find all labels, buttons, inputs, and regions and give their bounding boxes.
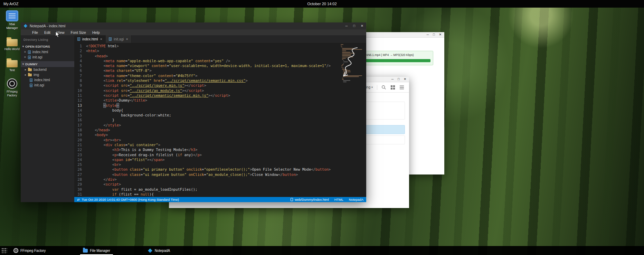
project-section[interactable]: ▾ DUMMY bbox=[21, 61, 74, 67]
menu-item-file[interactable]: File bbox=[29, 30, 41, 35]
menu-item-help[interactable]: Help bbox=[89, 30, 103, 35]
taskbar-item-file-manager[interactable]: File Manager bbox=[80, 246, 113, 255]
taskbar-item-label: NotepadA bbox=[155, 249, 170, 253]
code-line: 11 <script src="../script/semantic/seman… bbox=[74, 93, 366, 98]
menu-item-view[interactable]: View bbox=[54, 30, 68, 35]
code-editor[interactable]: 1<!DOCTYPE html>2<html>3 <head>4 <meta n… bbox=[74, 43, 366, 197]
aroz-menu-button[interactable]: My ArOZ bbox=[3, 2, 18, 6]
menu-bar: FileEditViewFont SizeHelp bbox=[21, 29, 366, 35]
minimize-button[interactable]: ─ bbox=[345, 24, 348, 28]
code-line: 29 <script> bbox=[74, 182, 366, 187]
notepada-logo-icon bbox=[23, 24, 28, 28]
code-text: <html> bbox=[86, 48, 99, 53]
menu-item-font-size[interactable]: Font Size bbox=[68, 30, 89, 35]
status-file[interactable]: web/Dummy/index.html bbox=[291, 198, 329, 201]
code-text: <title>Dummy</title> bbox=[86, 98, 147, 103]
code-text: <button class="ui primary button" onclic… bbox=[86, 167, 331, 172]
maximize-button[interactable]: □ bbox=[398, 78, 399, 81]
code-text: <span id="flist"></span> bbox=[86, 157, 165, 162]
minimize-button[interactable]: ─ bbox=[391, 78, 394, 81]
code-text: <meta name="apple-mobile-web-app-capable… bbox=[86, 58, 230, 63]
tree-item-init-agi[interactable]: init.agi bbox=[21, 83, 74, 88]
conversion-task-card: NN6.1.mp4 | MP4 → MP3(320 Kbps) bbox=[363, 51, 433, 65]
code-text: <meta charset="UTF-8"> bbox=[86, 68, 152, 73]
minimap[interactable] bbox=[341, 44, 364, 82]
start-menu-icon[interactable] bbox=[1, 247, 7, 254]
menu-item-edit[interactable]: Edit bbox=[41, 30, 54, 35]
line-number: 5 bbox=[74, 63, 86, 68]
close-button[interactable]: ✕ bbox=[439, 33, 442, 36]
notepada-titlebar[interactable]: NotepadA - index.html ─ □ ✕ bbox=[21, 22, 366, 29]
open-editors-section[interactable]: ▾ OPEN EDITORS bbox=[21, 44, 74, 49]
taskbar-item-notepada[interactable]: NotepadA bbox=[145, 246, 173, 255]
status-language[interactable]: HTML bbox=[334, 198, 343, 201]
tab-index-html[interactable]: index.html✕ bbox=[74, 35, 106, 43]
toolbar-divider bbox=[377, 85, 377, 90]
line-number: 13 bbox=[74, 103, 86, 108]
notepada-main: Directory Listing ▾ OPEN EDITORS ✕index.… bbox=[21, 35, 366, 202]
maximize-button[interactable]: □ bbox=[353, 24, 355, 28]
minimap-line bbox=[342, 48, 353, 49]
maximize-button[interactable]: □ bbox=[433, 33, 435, 36]
file-tree: ▸backend▸imgindex.htmlinit.agi bbox=[21, 67, 74, 88]
code-line: 31 if (flist == null){ bbox=[74, 192, 366, 197]
close-tab-icon[interactable]: ✕ bbox=[126, 38, 128, 41]
status-datetime: Tue Oct 20 2020 14:01:43 GMT+0800 (Hong … bbox=[82, 198, 179, 201]
line-number: 24 bbox=[74, 157, 86, 162]
code-text: <h3>This is a Dummy Testing Module</h3> bbox=[86, 147, 197, 152]
open-editor-init-agi[interactable]: ✕init.agi bbox=[21, 55, 74, 60]
status-left[interactable]: ⇄ Tue Oct 20 2020 14:01:43 GMT+0800 (Hon… bbox=[77, 198, 179, 201]
code-line: 12 <title>Dummy</title> bbox=[74, 98, 366, 103]
tree-item-backend[interactable]: ▸backend bbox=[21, 67, 74, 72]
line-number: 18 bbox=[74, 128, 86, 132]
desktop-icon-test[interactable]: Test bbox=[2, 57, 22, 72]
line-number: 6 bbox=[74, 68, 86, 73]
ffmpeg-window-titlebar[interactable]: ─ □ ✕ bbox=[361, 32, 444, 38]
taskbar-item-ffmpeg-factory[interactable]: FFmpeg Factory bbox=[11, 246, 48, 255]
line-number: 2 bbox=[74, 48, 86, 53]
minimize-button[interactable]: ─ bbox=[427, 33, 429, 36]
close-icon[interactable]: ✕ bbox=[24, 56, 26, 59]
desktop-icon-ffmpeg-factory[interactable]: FFmpeg Factory bbox=[2, 78, 22, 97]
open-editor-index-html[interactable]: ✕index.html bbox=[21, 49, 74, 55]
minimap-line bbox=[342, 59, 343, 60]
line-number: 28 bbox=[74, 177, 86, 182]
code-line: 2<html> bbox=[74, 48, 366, 53]
minimap-line bbox=[343, 82, 347, 82]
code-line: 4 <meta name="apple-mobile-web-app-capab… bbox=[74, 58, 366, 63]
tree-item-index-html[interactable]: index.html bbox=[21, 77, 74, 83]
list-view-icon[interactable] bbox=[399, 85, 404, 90]
minimap-line bbox=[343, 75, 362, 76]
file-icon bbox=[30, 84, 32, 87]
code-line: 7 <meta name="theme-color" content="#4b7… bbox=[74, 73, 366, 78]
open-editors-label: OPEN EDITORS bbox=[25, 45, 50, 48]
code-line: 24 <span id="flist"></span> bbox=[74, 157, 366, 162]
h5ai-app-icon bbox=[6, 10, 18, 21]
code-text: <p>Received drag-in filelist (if any)</p… bbox=[86, 152, 202, 157]
status-file-path: web/Dummy/index.html bbox=[295, 198, 329, 201]
close-tab-icon[interactable]: ✕ bbox=[100, 38, 103, 41]
close-button[interactable]: ✕ bbox=[404, 78, 406, 81]
line-number: 15 bbox=[74, 113, 86, 117]
code-text: var flist = ao_module_loadInputFiles(); bbox=[86, 187, 197, 192]
code-line: 19 <body> bbox=[74, 132, 366, 137]
search-icon[interactable] bbox=[381, 85, 386, 90]
desktop-icon-h5ai-manager[interactable]: h5ai Manager bbox=[2, 10, 22, 30]
close-icon[interactable]: ✕ bbox=[24, 50, 26, 54]
code-line: 25 <br> bbox=[74, 162, 366, 167]
close-button[interactable]: ✕ bbox=[361, 24, 363, 28]
desktop-icon-hello-world[interactable]: Hello World bbox=[2, 36, 22, 51]
line-number: 3 bbox=[74, 54, 86, 58]
code-text: body{ bbox=[86, 108, 123, 113]
code-line: 1<!DOCTYPE html> bbox=[74, 44, 366, 48]
grid-view-icon[interactable] bbox=[390, 85, 395, 90]
tab-init-agi[interactable]: init.agi✕ bbox=[106, 35, 132, 43]
folder-icon bbox=[28, 74, 32, 76]
minimap-line bbox=[343, 60, 344, 61]
chevron-right-icon: ▸ bbox=[25, 73, 26, 76]
desktop-icon-label: FFmpeg Factory bbox=[3, 90, 21, 97]
file-icon bbox=[28, 56, 31, 59]
taskbar: FFmpeg FactoryFile ManagerNotepadA bbox=[0, 246, 644, 255]
tree-item-img[interactable]: ▸img bbox=[21, 72, 74, 77]
code-text: <script src="../script/jquery.min.js"></… bbox=[86, 83, 206, 88]
